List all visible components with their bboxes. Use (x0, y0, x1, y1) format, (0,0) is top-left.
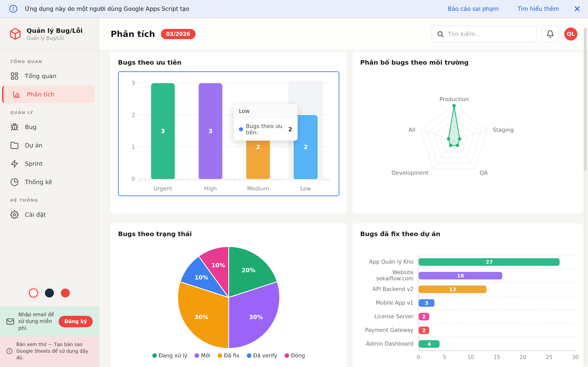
month-badge: 03/2026 (161, 29, 196, 39)
project-label: Mobile App v1 (360, 296, 418, 309)
legend-item-3[interactable]: Đã verify (247, 352, 277, 359)
project-row: Mobile App v13 (360, 296, 575, 309)
sidebar-item-label: Cài đặt (25, 211, 46, 218)
sidebar-item-du-an[interactable]: Dự án (0, 137, 95, 154)
email-signup-box: Nhập email để sử dụng miễn phí. Đăng ký (0, 307, 99, 337)
sidebar-item-label: Bug (25, 124, 36, 131)
notifications-button[interactable] (542, 26, 559, 42)
card-title: Bugs theo trạng thái (118, 230, 339, 238)
bar-high[interactable]: 3 (199, 83, 222, 179)
project-row: Payment Gateway2 (360, 323, 575, 337)
radar-axis-label: QA (480, 170, 488, 176)
dashboard-icon (10, 72, 19, 80)
sidebar-item-sprint[interactable]: Sprint (0, 155, 95, 173)
sidebar-section-label: QUẢN LÝ (10, 110, 99, 115)
scrollbar-thumb[interactable] (584, 27, 587, 170)
close-icon[interactable] (574, 5, 581, 12)
project-bar-chart[interactable]: App Quản lý Kho27Website sekaiflow.com16… (360, 255, 575, 350)
pie-percent-label: 10% (195, 274, 208, 281)
signup-button[interactable]: Đăng ký (59, 316, 93, 327)
project-bar-6[interactable]: 4 (419, 340, 440, 348)
environment-radar-chart[interactable]: ProductionStagingQADevelopmentAll (360, 83, 575, 198)
priority-bar-chart[interactable]: 01233322 UrgentHighMediumLow Low Bugs th… (118, 71, 339, 196)
radar-axis-label: Staging (493, 127, 514, 133)
series-marker-dot (239, 127, 243, 131)
card-bugs-by-status: Bugs theo trạng thái 20%30%30%10%10% Đan… (110, 223, 347, 367)
legend-item-0[interactable]: Đang xử lý (152, 352, 187, 359)
y-tick-label: 0 (131, 176, 135, 182)
report-abuse-link[interactable]: Báo cáo sai phạm (448, 6, 499, 12)
gear-icon (10, 210, 19, 219)
folder-icon (10, 141, 19, 150)
search-icon (437, 30, 444, 38)
x-axis-tick: 0 (417, 354, 420, 360)
sidebar-item-bug[interactable]: Bug (0, 118, 95, 136)
sidebar-section-label: HỆ THỐNG (10, 198, 99, 203)
project-row: Admin Dashboard4 (360, 337, 575, 350)
mail-icon (6, 317, 14, 325)
project-row: API Backend v213 (360, 282, 575, 296)
status-pie-chart[interactable]: 20%30%30%10%10% (118, 239, 339, 352)
theme-dot-light[interactable] (29, 289, 38, 298)
sidebar-item-tong-quan[interactable]: Tổng quan (0, 67, 95, 85)
card-bugs-by-priority: Bugs theo ưu tiên 01233322 UrgentHighMed… (110, 52, 347, 214)
y-tick-label: 2 (131, 112, 135, 118)
pie-percent-label: 30% (195, 314, 208, 320)
sidebar-section-label: TỔNG QUAN (10, 59, 99, 64)
sidebar-item-label: Dự án (25, 142, 43, 149)
theme-dot-red[interactable] (61, 289, 70, 298)
search-input[interactable] (448, 31, 531, 38)
sidebar-header: Quản lý Bug/Lỗi Quản lý Bug/Lỗi (0, 18, 99, 50)
dashboard-grid: Bugs theo ưu tiên 01233322 UrgentHighMed… (99, 50, 588, 367)
project-bar-5[interactable]: 2 (419, 326, 429, 334)
legend-item-4[interactable]: Đóng (285, 352, 305, 359)
page-title: Phân tích (111, 29, 155, 39)
y-tick-label: 1 (131, 144, 135, 150)
bell-icon (546, 30, 554, 38)
project-label: API Backend v2 (360, 282, 418, 296)
info-icon (9, 4, 17, 13)
info-icon (6, 348, 13, 354)
pie-percent-label: 10% (211, 262, 225, 269)
sidebar-item-thong-ke[interactable]: Thống kê (0, 173, 95, 191)
pie-percent-label: 20% (242, 267, 255, 274)
x-tick-label: Low (282, 185, 329, 192)
project-label: Admin Dashboard (360, 337, 418, 350)
sidebar-item-label: Sprint (25, 160, 43, 167)
apps-script-banner: Ứng dụng này do một người dùng Google Ap… (0, 0, 588, 18)
x-axis: 051015202530 (418, 350, 575, 363)
radar-axis-label: All (408, 127, 415, 133)
learn-more-link[interactable]: Tìm hiểu thêm (517, 6, 559, 12)
search-box[interactable] (432, 26, 536, 42)
chart-tooltip: Low Bugs theo ưu tiên: 2 (233, 104, 298, 141)
sidebar-item-phan-tich[interactable]: Phân tích (2, 86, 95, 103)
card-title: Bugs theo ưu tiên (118, 59, 339, 66)
bar-urgent[interactable]: 3 (151, 83, 175, 179)
project-bar-4[interactable]: 2 (419, 313, 429, 320)
tooltip-series-label: Bugs theo ưu tiên: (246, 123, 284, 136)
card-fixed-bugs-by-project: Bugs đã fix theo dự án App Quản lý Kho27… (352, 223, 583, 367)
x-axis-tick: 20 (520, 354, 526, 360)
radar-axis-label: Production (439, 96, 469, 102)
project-bar-3[interactable]: 3 (419, 299, 434, 307)
avatar[interactable]: QL (564, 27, 577, 41)
project-bar-1[interactable]: 16 (419, 272, 502, 279)
radar-axis-label: Development (391, 170, 429, 176)
theme-dot-dark[interactable] (45, 289, 54, 298)
legend-item-1[interactable]: Mới (195, 352, 210, 359)
pie-chart-icon (10, 178, 19, 186)
x-axis-tick: 10 (467, 354, 474, 360)
project-bar-0[interactable]: 27 (419, 258, 560, 266)
sidebar-item-cai-dat[interactable]: Cài đặt (0, 206, 95, 224)
trial-note-box: Bản xem thử — Tạo bản sao Google Sheets … (0, 337, 99, 367)
scrollbar-track[interactable] (584, 27, 587, 366)
trial-note-text: Bản xem thử — Tạo bản sao Google Sheets … (16, 341, 93, 361)
banner-text: Ứng dụng này do một người dùng Google Ap… (25, 6, 189, 12)
project-label: License Server (360, 309, 418, 323)
page-header: Phân tích 03/2026 QL (99, 18, 588, 50)
project-bar-2[interactable]: 13 (419, 285, 486, 293)
legend-item-2[interactable]: Đã fix (218, 352, 240, 359)
sidebar-nav: TỔNG QUANTổng quanPhân tíchQUẢN LÝBugDự … (0, 50, 99, 224)
bug-icon (10, 123, 19, 131)
x-axis-tick: 15 (493, 354, 500, 360)
